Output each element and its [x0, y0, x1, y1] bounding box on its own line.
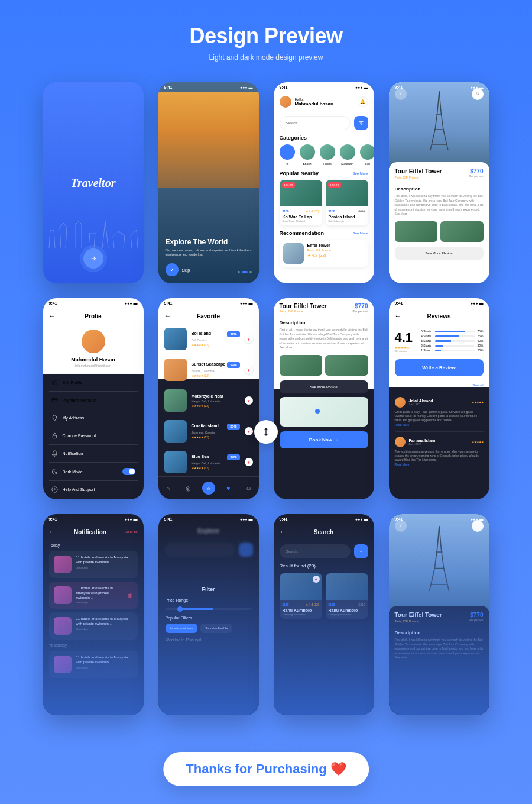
screen-detail-dark: 9:41●●● ▬ ‹ ♡ Tour Eiffel TowerParis, ID… [389, 514, 489, 715]
see-more-photos-button[interactable]: See More Photos [395, 247, 484, 260]
heart-icon[interactable]: ♥ [245, 396, 253, 405]
rating-score: 4.1 [395, 330, 413, 346]
description-heading: Description [280, 320, 368, 325]
next-button[interactable] [83, 248, 103, 269]
next-icon[interactable] [166, 263, 179, 276]
logout-button[interactable]: Log Out [49, 498, 138, 499]
status-bar: 9:41●●● ▬ [43, 298, 144, 308]
onboard-subtitle: Discover new places, cultures, and exper… [166, 248, 252, 257]
favorite-item[interactable]: Bol Island$720Bol, Croatia★★★★★ (12)♥ [164, 324, 253, 354]
see-more-link[interactable]: See More [352, 172, 368, 175]
screen-title: Reviews [427, 313, 450, 319]
favorite-item[interactable]: Croatia Island$248Jezerane, Croatia★★★★★… [164, 416, 253, 447]
menu-address[interactable]: My Address [49, 409, 138, 427]
skip-control[interactable]: Skip [166, 263, 190, 276]
status-bar: 9:41●●● ▬ [158, 298, 259, 308]
user-header: Hallo,Mahmodul hasan 🔔 [280, 92, 368, 111]
screen-title: Profie [85, 313, 101, 319]
nav-compass-icon[interactable]: ◎ [182, 482, 195, 495]
favorite-item[interactable]: Motorcycle NearMarga, Bali, Indonesia★★★… [164, 385, 253, 416]
photo-gallery [280, 355, 368, 376]
popular-title: Popular Nearby [280, 170, 319, 176]
menu-notification[interactable]: Notification [49, 444, 138, 462]
heart-icon[interactable]: ♥ [245, 335, 253, 343]
screen-detail: 9:41●●● ▬ ‹ ♡ Tour Eiffel TowerParis, ID… [389, 82, 489, 283]
destination-card[interactable]: 10% Off$158$210Penida IslandBali, Indone… [326, 180, 368, 225]
profile-email: Info.mahmodul@gmail.com [49, 364, 138, 367]
recommendation-item[interactable]: Eiffel TowerParis, IDF, France★ 4.8 (32) [280, 240, 368, 267]
eiffel-icon [424, 88, 454, 153]
book-now-button[interactable]: Book Now → [280, 431, 368, 448]
screen-favorite: 9:41●●● ▬ ←Favorite Bol Island$720Bol, C… [158, 298, 259, 499]
screen-filter: 9:41●●● ▬ Explore Filter Price Range Pop… [158, 514, 259, 715]
description-text: First of all, I would like to say thank … [395, 194, 484, 217]
see-more-link[interactable]: See More [352, 231, 368, 235]
category-mountain[interactable]: Mountain [340, 144, 355, 166]
menu-darkmode[interactable]: Dark Mode [49, 462, 138, 480]
screen-splash: Traveltor [43, 82, 144, 283]
see-more-photos-button[interactable]: See More Photos [280, 380, 368, 393]
heart-icon[interactable]: ♥ [245, 366, 253, 374]
screen-title: Favorite [197, 313, 220, 319]
write-review-button[interactable]: Write a Review [395, 359, 484, 376]
recommendation-title: Recommendation [280, 230, 325, 236]
back-button[interactable]: ‹ [395, 88, 407, 100]
favorite-item[interactable]: Sunset Seascape$248Bolivar, Colombia★★★★… [164, 354, 253, 385]
bottom-nav: ⌂◎⌕♥☺ [158, 476, 259, 499]
back-button[interactable]: ← [49, 312, 56, 320]
screen-reviews: 9:41●●● ▬ ←Reviews 4.1★★★★☆367 reviews 5… [389, 298, 489, 499]
page-header: Design Preview Light and dark mode desig… [0, 24, 532, 62]
read-more-link[interactable]: Read More [395, 463, 410, 466]
heart-icon[interactable]: ♥ [245, 427, 253, 435]
favorite-item[interactable]: Blue Sea$400Marga, Bali, Indonesia★★★★★ … [164, 447, 253, 476]
nav-heart-icon[interactable]: ♥ [222, 482, 235, 495]
svg-rect-1 [53, 435, 56, 438]
search-bar [280, 116, 368, 130]
pagination-dots [238, 271, 252, 273]
tour-title: Tour Eiffel Tower [395, 168, 442, 175]
description-text: First of all, I would like to say thank … [280, 328, 368, 350]
category-sub[interactable]: Sub [360, 144, 374, 166]
menu-help[interactable]: Help And Support [49, 480, 138, 498]
drag-handle[interactable] [254, 420, 278, 444]
search-input[interactable] [280, 116, 351, 130]
preview-grid: Traveltor 9:41●●● ▬ Explore The World Di… [0, 82, 532, 715]
discount-badge: 10% Off [328, 182, 341, 188]
nav-home-icon[interactable]: ⌂ [162, 482, 175, 495]
onboard-title: Explore The World [166, 238, 252, 246]
category-forest[interactable]: Forest [320, 144, 335, 166]
status-bar: 9:41●●● ▬ [274, 82, 374, 92]
favorite-button[interactable]: ♡ [472, 88, 484, 100]
avatar[interactable] [280, 96, 291, 108]
bell-icon[interactable]: 🔔 [358, 96, 368, 107]
menu-edit-profile[interactable]: Edit Profile [49, 373, 138, 391]
review-item: Jalal AhmedJun 1,2022★★★★★Great place to… [395, 392, 484, 431]
screen-detail-scrolled: Tour Eiffel TowerParis, IDF, France$770P… [274, 298, 374, 499]
back-button[interactable]: ← [164, 312, 171, 320]
thanks-pill: Thanks for Purchasing ❤️ [163, 752, 369, 786]
category-beach[interactable]: Beach [300, 144, 315, 166]
nav-search-icon[interactable]: ⌕ [202, 482, 215, 495]
menu-password[interactable]: Change Password [49, 427, 138, 444]
menu-payment[interactable]: Payment Methods [49, 391, 138, 409]
discount-badge: 10% Off [282, 182, 295, 188]
avatar[interactable] [82, 330, 105, 353]
map-preview[interactable] [280, 397, 368, 427]
heart-icon[interactable]: ♥ [245, 458, 253, 466]
photo-gallery [395, 221, 484, 242]
category-all[interactable]: All [280, 144, 295, 166]
read-more-link[interactable]: Read More [395, 423, 410, 427]
status-bar: 9:41●●● ▬ [158, 82, 259, 92]
see-all-link[interactable]: See all [472, 383, 483, 387]
nav-profile-icon[interactable]: ☺ [242, 482, 255, 495]
filter-button[interactable] [354, 116, 368, 130]
page-title: Design Preview [0, 24, 532, 49]
description-heading: Description [395, 186, 484, 192]
page-subtitle: Light and dark mode design preview [0, 53, 532, 62]
categories-title: Categories [280, 135, 307, 141]
darkmode-toggle[interactable] [122, 468, 135, 475]
back-button[interactable]: ← [395, 312, 402, 320]
destination-card[interactable]: 10% Off$138★ 4.8 (32)Ko Wua Ta LapSurat … [280, 180, 322, 225]
screen-home: 9:41●●● ▬ Hallo,Mahmodul hasan 🔔 Categor… [274, 82, 374, 283]
screen-onboarding: 9:41●●● ▬ Explore The World Discover new… [158, 82, 259, 283]
